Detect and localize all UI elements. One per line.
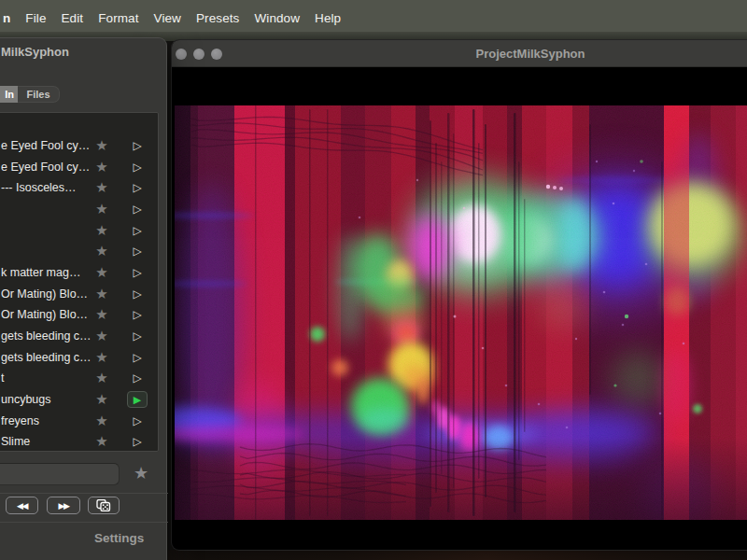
next-preset-button[interactable]: ▶▶ [47, 497, 80, 514]
divider [0, 522, 168, 523]
star-icon[interactable]: ★ [93, 263, 110, 282]
star-icon[interactable]: ★ [93, 432, 110, 451]
play-icon[interactable]: ▷ [127, 433, 148, 450]
random-preset-button[interactable] [88, 497, 120, 514]
preset-name: Or Mating) Blo… [1, 287, 94, 302]
preset-name: e Eyed Fool cy… [1, 161, 94, 175]
preset-name: uncybugs [1, 393, 94, 408]
preset-row[interactable]: --- Isosceles…★▷ [0, 177, 158, 199]
preset-name [1, 245, 94, 259]
settings-button[interactable]: Settings [94, 531, 144, 545]
visualizer-window: ProjectMilkSyphon [171, 39, 747, 551]
tab-files[interactable]: Files [18, 86, 60, 103]
visualization-canvas [175, 105, 747, 520]
play-icon[interactable]: ▷ [127, 349, 148, 366]
star-icon[interactable]: ★ [93, 369, 110, 387]
menu-presets[interactable]: Presets [196, 11, 239, 25]
window-title: ProjectMilkSyphon [172, 47, 747, 61]
preset-name: gets bleeding c… [1, 329, 94, 344]
preset-row[interactable]: Or Mating) Blo…★▷ [0, 304, 158, 326]
preset-name: e Eyed Fool cy… [1, 139, 94, 154]
preset-row[interactable]: e Eyed Fool cy…★▷ [0, 157, 158, 178]
preset-name: --- Isosceles… [1, 181, 94, 196]
divider [0, 493, 168, 494]
preset-row[interactable]: uncybugs★▶ [0, 389, 158, 411]
panel-title: MilkSyphon [1, 45, 69, 59]
star-icon[interactable]: ★ [93, 390, 110, 409]
star-icon[interactable]: ★ [93, 158, 110, 176]
star-icon[interactable]: ★ [93, 348, 110, 367]
preset-row[interactable]: gets bleeding c…★▷ [0, 347, 158, 369]
preset-name: gets bleeding c… [1, 351, 94, 366]
menu-edit[interactable]: Edit [62, 11, 84, 25]
preset-row[interactable]: t★▷ [0, 368, 158, 389]
tab-built-in[interactable]: In [0, 86, 18, 103]
menu-bar: nFileEditFormatViewPresetsWindowHelp [0, 0, 747, 32]
star-icon[interactable]: ★ [93, 412, 110, 430]
star-icon[interactable]: ★ [93, 242, 110, 260]
preset-row[interactable]: Or Mating) Blo…★▷ [0, 284, 158, 305]
play-icon[interactable]: ▷ [127, 222, 148, 239]
star-icon[interactable]: ★ [93, 285, 110, 303]
preset-panel: MilkSyphon In Files e Eyed Fool cy…★▷e E… [0, 37, 167, 560]
menu-view[interactable]: View [154, 11, 181, 25]
star-icon[interactable]: ★ [93, 221, 110, 240]
preset-row[interactable]: Slime★▷ [0, 431, 158, 452]
menu-file[interactable]: File [25, 11, 46, 25]
preset-row[interactable]: freyens★▷ [0, 411, 158, 432]
star-icon[interactable]: ★ [93, 178, 110, 197]
tab-built-in-label: In [5, 89, 14, 100]
preset-row[interactable]: gets bleeding c…★▷ [0, 326, 158, 347]
play-icon[interactable]: ▷ [127, 328, 148, 344]
preset-name [1, 224, 94, 239]
preset-name: k matter mag… [1, 266, 94, 281]
star-icon[interactable]: ★ [93, 136, 110, 155]
play-icon[interactable]: ▷ [127, 264, 148, 281]
preset-name: Or Mating) Blo… [1, 308, 94, 323]
star-icon[interactable]: ★ [93, 327, 110, 345]
preset-list: e Eyed Fool cy…★▷e Eyed Fool cy…★▷--- Is… [0, 112, 159, 452]
search-input[interactable] [0, 463, 120, 485]
menu-help[interactable]: Help [315, 11, 341, 25]
star-icon[interactable]: ★ [93, 305, 110, 324]
play-icon[interactable]: ▷ [127, 413, 148, 429]
play-icon[interactable]: ▷ [127, 370, 148, 386]
desktop: nFileEditFormatViewPresetsWindowHelp Pro… [0, 0, 747, 560]
preset-row[interactable]: e Eyed Fool cy…★▷ [0, 135, 158, 157]
preset-name: t [1, 371, 94, 386]
dice-icon [96, 499, 111, 511]
preset-row[interactable]: k matter mag…★▷ [0, 262, 158, 284]
preset-row[interactable]: ★▷ [0, 220, 158, 242]
preset-name [1, 203, 94, 217]
fast-forward-icon: ▶▶ [59, 501, 69, 511]
star-icon[interactable]: ★ [93, 200, 110, 218]
menu-n[interactable]: n [3, 11, 10, 25]
play-icon[interactable]: ▷ [127, 201, 148, 217]
play-icon[interactable]: ▷ [127, 137, 148, 154]
play-icon[interactable]: ▷ [127, 179, 148, 196]
desktop-wallpaper-strip-bottom [168, 550, 747, 560]
menu-window[interactable]: Window [254, 11, 300, 25]
preset-row[interactable]: ★▷ [0, 241, 158, 262]
preset-row[interactable]: ★▷ [0, 199, 158, 220]
tab-files-label: Files [26, 89, 49, 100]
play-icon-active[interactable]: ▶ [127, 391, 148, 408]
preset-name: Slime [1, 435, 94, 450]
window-titlebar[interactable]: ProjectMilkSyphon [172, 40, 747, 67]
play-icon[interactable]: ▷ [127, 286, 148, 302]
play-icon[interactable]: ▷ [127, 306, 148, 323]
play-icon[interactable]: ▷ [127, 159, 148, 175]
previous-preset-button[interactable]: ◀◀ [6, 497, 38, 514]
rewind-icon: ◀◀ [17, 501, 27, 511]
favorite-star-icon[interactable]: ★ [132, 461, 150, 483]
preset-name: freyens [1, 414, 94, 429]
play-icon[interactable]: ▷ [127, 243, 148, 259]
menu-format[interactable]: Format [98, 11, 138, 25]
